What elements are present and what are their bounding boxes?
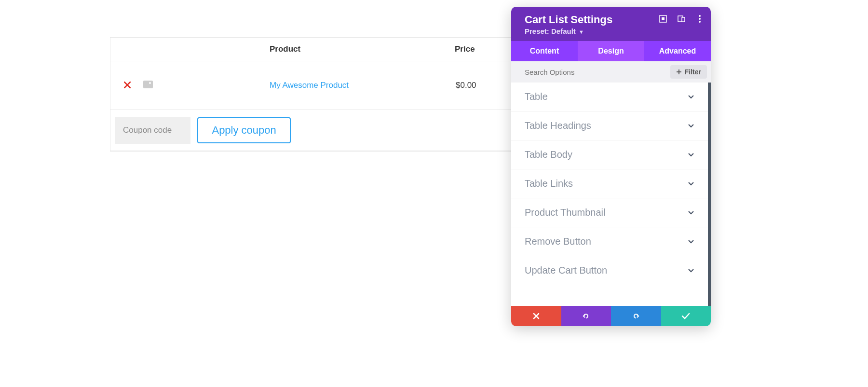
search-options-input[interactable] [525, 68, 670, 76]
plus-icon [676, 69, 682, 75]
tab-content[interactable]: Content [511, 41, 578, 61]
chevron-down-icon [688, 180, 694, 188]
save-button[interactable] [661, 306, 711, 326]
col-thumb-header [139, 38, 178, 61]
section-label: Remove Button [525, 236, 591, 247]
svg-point-6 [699, 21, 701, 23]
col-product-header: Product [178, 38, 452, 61]
expand-icon[interactable] [659, 14, 667, 23]
svg-point-5 [699, 18, 701, 20]
panel-header: Cart List Settings Preset: Default ▼ [511, 7, 711, 41]
section-table-links[interactable]: Table Links [511, 169, 708, 198]
chevron-down-icon [688, 122, 694, 130]
chevron-down-icon [688, 93, 694, 101]
close-icon [124, 82, 131, 88]
svg-rect-3 [682, 17, 685, 22]
check-icon [681, 313, 690, 319]
sections-list[interactable]: Table Table Headings Table Body Table Li… [511, 83, 711, 306]
svg-point-4 [699, 15, 701, 17]
section-label: Table Headings [525, 120, 591, 131]
section-label: Table [525, 91, 548, 102]
cancel-button[interactable] [511, 306, 561, 326]
settings-panel: Cart List Settings Preset: Default ▼ Con… [511, 7, 711, 326]
panel-tabs: Content Design Advanced [511, 41, 711, 61]
undo-icon [582, 312, 590, 320]
section-table-headings[interactable]: Table Headings [511, 111, 708, 140]
responsive-icon[interactable] [677, 14, 686, 23]
section-label: Table Body [525, 149, 572, 160]
apply-coupon-button[interactable]: Apply coupon [197, 117, 290, 143]
section-table-body[interactable]: Table Body [511, 140, 708, 169]
search-row: Filter [511, 61, 711, 83]
close-icon [533, 313, 540, 319]
redo-icon [632, 312, 640, 320]
section-label: Product Thumbnail [525, 207, 606, 218]
coupon-code-input[interactable] [115, 117, 190, 144]
more-icon[interactable] [695, 14, 704, 23]
undo-button[interactable] [561, 306, 611, 326]
remove-item-button[interactable] [124, 81, 131, 91]
section-remove-button[interactable]: Remove Button [511, 227, 708, 256]
chevron-down-icon [688, 151, 694, 159]
tab-advanced[interactable]: Advanced [644, 41, 711, 61]
preset-label: Preset: Default [525, 27, 576, 35]
section-product-thumbnail[interactable]: Product Thumbnail [511, 198, 708, 227]
product-link[interactable]: My Awesome Product [270, 81, 349, 90]
redo-button[interactable] [611, 306, 661, 326]
filter-button[interactable]: Filter [670, 65, 707, 79]
tab-design[interactable]: Design [578, 41, 644, 61]
panel-footer [511, 306, 711, 326]
chevron-down-icon [688, 266, 694, 275]
col-remove-header [110, 38, 139, 61]
filter-label: Filter [685, 68, 701, 76]
caret-down-icon: ▼ [579, 29, 584, 35]
section-label: Update Cart Button [525, 265, 607, 276]
preset-selector[interactable]: Preset: Default ▼ [525, 27, 701, 35]
image-placeholder-icon [143, 81, 153, 88]
section-update-cart-button[interactable]: Update Cart Button [511, 256, 708, 285]
section-label: Table Links [525, 178, 573, 189]
svg-rect-1 [662, 17, 665, 20]
chevron-down-icon [688, 208, 694, 217]
section-table[interactable]: Table [511, 83, 708, 111]
chevron-down-icon [688, 237, 694, 246]
